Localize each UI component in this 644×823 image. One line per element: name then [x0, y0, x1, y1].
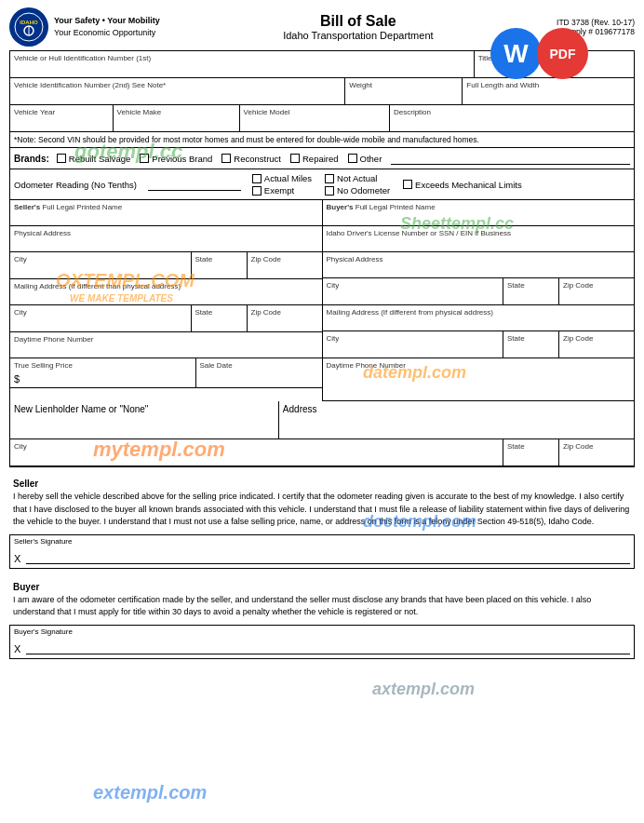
- brand-rebuilt-label: Rebuilt Salvage: [69, 154, 131, 164]
- seller-city-label: City: [14, 255, 187, 263]
- buyer-mailing-zip-label: Zip Code: [563, 334, 630, 343]
- buyer-phone-block: Daytime Phone Number: [323, 358, 635, 401]
- brands-label: Brands:: [14, 154, 49, 164]
- odo-exempt[interactable]: Exempt: [252, 185, 312, 196]
- odometer-options-left: Actual Miles Exempt: [252, 173, 312, 196]
- odometer-value-box[interactable]: [148, 178, 241, 191]
- buyer-sig-section: Buyer's Signature X: [9, 625, 635, 659]
- vin1-label: Vehicle or Hull Identification Number (1…: [14, 54, 470, 62]
- seller-col: Seller's Full Legal Printed Name Physica…: [10, 200, 323, 401]
- make-cell: Vehicle Make: [114, 105, 240, 131]
- brands-row: Brands: Rebuilt Salvage Previous Brand R…: [10, 148, 634, 169]
- sale-date-block: Sale Date: [196, 358, 322, 387]
- buyer-dl-label: Idaho Driver's License Number or SSN / E…: [327, 229, 631, 237]
- watermark: axtempl.com: [372, 680, 475, 699]
- vin2-label: Vehicle Identification Number (2nd) See …: [14, 81, 341, 89]
- brand-other-checkbox[interactable]: [348, 154, 357, 163]
- brand-reconstruct-checkbox[interactable]: [221, 154, 231, 163]
- note-text: *Note: Second VIN should be provided for…: [14, 135, 479, 144]
- seller-mailing-state-label: State: [195, 308, 243, 317]
- seller-mailing-city-label: City: [14, 308, 187, 317]
- buyer-mailing-state-block: State: [503, 331, 559, 358]
- brand-rebuilt[interactable]: Rebuilt Salvage: [57, 154, 131, 164]
- buyer-mailing-zip-block: Zip Code: [559, 331, 634, 358]
- page-subtitle: Idaho Transportation Department: [283, 30, 433, 41]
- seller-sig-line: X: [10, 547, 634, 568]
- price-prefix: $: [14, 373, 192, 385]
- brand-previous-checkbox[interactable]: [140, 154, 149, 163]
- seller-signature-field[interactable]: [26, 547, 630, 564]
- odo-not-actual-checkbox[interactable]: [325, 174, 334, 183]
- header-tagline: Your Safety • Your Mobility Your Economi…: [54, 15, 160, 38]
- seller-mailing-label: Mailing Address (If different than physi…: [14, 282, 318, 290]
- buyer-sig-label: Buyer's Signature: [10, 626, 634, 638]
- odo-exceeds-checkbox[interactable]: [403, 180, 412, 189]
- odo-no-odometer-checkbox[interactable]: [325, 186, 334, 196]
- full-length-label: Full Length and Width: [466, 81, 630, 89]
- lien-bottom-row: City State Zip Code: [10, 439, 634, 466]
- model-cell: Vehicle Model: [240, 105, 390, 131]
- buyer-mailing-label: Mailing Address (If different from physi…: [327, 308, 631, 317]
- buyer-sig-line: X: [10, 638, 634, 658]
- note-row: *Note: Second VIN should be provided for…: [10, 132, 634, 148]
- odo-not-actual-label: Not Actual: [337, 173, 377, 183]
- vin2-row: Vehicle Identification Number (2nd) See …: [10, 78, 634, 105]
- buyer-phone-label: Daytime Phone Number: [327, 361, 631, 370]
- brand-repaired-label: Repaired: [302, 154, 339, 164]
- odo-not-actual[interactable]: Not Actual: [325, 173, 390, 183]
- odo-exceeds[interactable]: Exceeds Mechanical Limits: [403, 180, 522, 190]
- odo-actual[interactable]: Actual Miles: [252, 173, 312, 183]
- buyer-dl-block: Idaho Driver's License Number or SSN / E…: [323, 226, 635, 252]
- vehicle-details-row: Vehicle Year Vehicle Make Vehicle Model …: [10, 105, 634, 132]
- lien-state-block: State: [503, 439, 559, 465]
- odo-exempt-checkbox[interactable]: [252, 186, 262, 196]
- seller-sig-section: Seller's Signature X: [9, 534, 635, 569]
- buyer-name-block: Buyer's Full Legal Printed Name: [323, 200, 635, 226]
- tagline-line2: Your Economic Opportunity: [54, 27, 160, 39]
- lien-address-label: Address: [283, 404, 317, 414]
- seller-buyer-section: Seller's Full Legal Printed Name Physica…: [10, 200, 634, 401]
- buyer-mailing-city-block: City: [323, 331, 504, 358]
- lien-address-col: Address: [279, 401, 634, 438]
- odometer-row: Odometer Reading (No Tenths) Actual Mile…: [10, 169, 634, 200]
- seller-city-row: City State Zip Code: [10, 252, 322, 279]
- odometer-label: Odometer Reading (No Tenths): [14, 180, 137, 190]
- odometer-exceeds[interactable]: Exceeds Mechanical Limits: [403, 180, 522, 190]
- brand-rebuilt-checkbox[interactable]: [57, 154, 66, 163]
- seller-name-label: Seller's Full Legal Printed Name: [14, 203, 318, 211]
- svg-text:IDAHO: IDAHO: [20, 20, 38, 25]
- brand-other-label: Other: [360, 154, 382, 164]
- itd-number: ITD 3738 (Rev. 10-17): [557, 18, 635, 27]
- buyer-zip-label: Zip Code: [563, 281, 630, 290]
- lien-zip-block: Zip Code: [559, 439, 634, 465]
- brand-previous-label: Previous Brand: [152, 154, 212, 164]
- lien-city-label: City: [14, 442, 499, 451]
- buyer-text-block: Buyer I am aware of the odometer certifi…: [9, 574, 635, 625]
- seller-phone-block: Daytime Phone Number: [10, 332, 322, 358]
- watermark-w-badge: W: [490, 28, 542, 79]
- buyer-mailing-city-row: City State Zip Code: [323, 331, 635, 358]
- odo-no-odometer[interactable]: No Odometer: [325, 185, 390, 196]
- buyer-city-row: City State Zip Code: [323, 278, 635, 305]
- lienholder-section: New Lienholder Name or "None" Address: [10, 401, 634, 439]
- buyer-mailing-block: Mailing Address (If different from physi…: [323, 305, 635, 331]
- brand-repaired-checkbox[interactable]: [290, 154, 300, 163]
- seller-sig-x: X: [14, 553, 20, 564]
- brand-previous[interactable]: Previous Brand: [140, 154, 212, 164]
- brand-repaired[interactable]: Repaired: [290, 154, 339, 164]
- seller-price-date-row: True Selling Price $ Sale Date: [10, 358, 322, 388]
- brand-other[interactable]: Other: [348, 154, 382, 164]
- brand-reconstruct[interactable]: Reconstruct: [221, 154, 281, 164]
- year-cell: Vehicle Year: [10, 105, 114, 131]
- seller-text-block: Seller I hereby sell the vehicle describ…: [9, 471, 635, 534]
- buyer-mailing-state-label: State: [507, 334, 555, 343]
- lien-name-col: New Lienholder Name or "None": [10, 401, 279, 438]
- description-cell: Description: [390, 105, 634, 131]
- buyer-physical-block: Physical Address: [323, 252, 635, 278]
- odo-actual-checkbox[interactable]: [252, 174, 262, 183]
- seller-zip-label: Zip Code: [251, 255, 318, 263]
- brand-reconstruct-label: Reconstruct: [234, 154, 281, 164]
- buyer-signature-field[interactable]: [26, 638, 630, 654]
- header-logo: IDAHO Your Safety • Your Mobility Your E…: [9, 7, 160, 47]
- buyer-physical-label: Physical Address: [327, 255, 631, 263]
